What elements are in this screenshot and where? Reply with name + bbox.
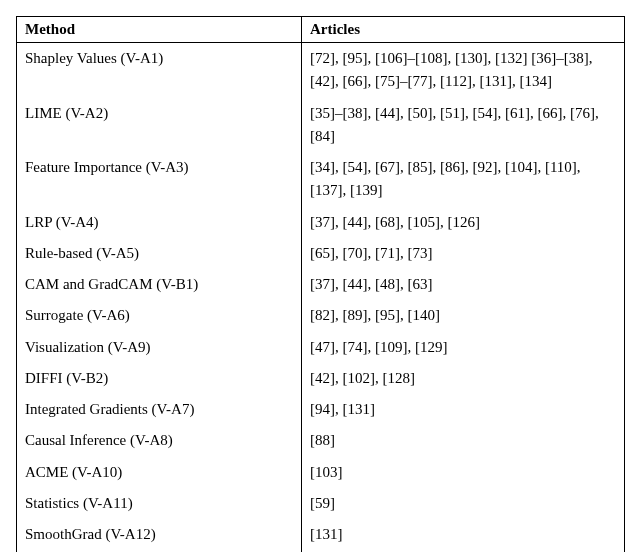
header-method: Method <box>17 17 302 43</box>
articles-cell: [59] <box>302 488 625 519</box>
method-cell: Visualization (V-A9) <box>17 332 302 363</box>
methods-table: Method Articles Shapley Values (V-A1) [7… <box>16 16 625 552</box>
articles-cell: [94], [131] <box>302 394 625 425</box>
method-cell: Integrated Gradients (V-A7) <box>17 394 302 425</box>
articles-cell: [42], [102], [128] <box>302 363 625 394</box>
articles-cell: [37], [44], [68], [105], [126] <box>302 207 625 238</box>
table-row: DIFFI (V-B2) [42], [102], [128] <box>17 363 625 394</box>
articles-cell: [35]–[38], [44], [50], [51], [54], [61],… <box>302 98 625 153</box>
table-header-row: Method Articles <box>17 17 625 43</box>
table-row: Causal Inference (V-A8)[88] <box>17 425 625 456</box>
method-cell: LRP (V-A4) <box>17 207 302 238</box>
method-cell: Feature Importance (V-A3) <box>17 152 302 207</box>
table-row: LRP (V-A4) [37], [44], [68], [105], [126… <box>17 207 625 238</box>
articles-cell: [65], [70], [71], [73] <box>302 238 625 269</box>
articles-cell: [82], [89], [95], [140] <box>302 300 625 331</box>
table-row: Visualization (V-A9) [47], [74], [109], … <box>17 332 625 363</box>
method-cell: Statistics (V-A11) <box>17 488 302 519</box>
table-row: Shapley Values (V-A1) [72], [95], [106]–… <box>17 43 625 98</box>
articles-cell: [37], [44], [48], [63] <box>302 269 625 300</box>
table-row: ACME (V-A10)[103] <box>17 457 625 488</box>
articles-cell: [131] <box>302 519 625 550</box>
articles-cell: [103] <box>302 457 625 488</box>
method-cell: DIFFI (V-B2) <box>17 363 302 394</box>
table-row: Rule-based (V-A5)[65], [70], [71], [73] <box>17 238 625 269</box>
method-cell: SmoothGrad (V-A12) <box>17 519 302 550</box>
method-cell: LIME (V-A2) <box>17 98 302 153</box>
articles-cell: [88] <box>302 425 625 456</box>
method-cell: Rule-based (V-A5) <box>17 238 302 269</box>
table-row: CAM and GradCAM (V-B1) [37], [44], [48],… <box>17 269 625 300</box>
table-row: Integrated Gradients (V-A7) [94], [131] <box>17 394 625 425</box>
method-cell: CAM and GradCAM (V-B1) <box>17 269 302 300</box>
method-cell: Causal Inference (V-A8) <box>17 425 302 456</box>
method-cell: ACME (V-A10) <box>17 457 302 488</box>
method-cell: Surrogate (V-A6) <box>17 300 302 331</box>
articles-cell: [47], [74], [109], [129] <box>302 332 625 363</box>
table-row: LIME (V-A2) [35]–[38], [44], [50], [51],… <box>17 98 625 153</box>
articles-cell: [34], [54], [67], [85], [86], [92], [104… <box>302 152 625 207</box>
table-row: SmoothGrad (V-A12)[131] <box>17 519 625 550</box>
method-cell: Shapley Values (V-A1) <box>17 43 302 98</box>
header-articles: Articles <box>302 17 625 43</box>
table-row: Surrogate (V-A6) [82], [89], [95], [140] <box>17 300 625 331</box>
articles-cell: [72], [95], [106]–[108], [130], [132] [3… <box>302 43 625 98</box>
table-row: Feature Importance (V-A3) [34], [54], [6… <box>17 152 625 207</box>
table-row: Statistics (V-A11)[59] <box>17 488 625 519</box>
